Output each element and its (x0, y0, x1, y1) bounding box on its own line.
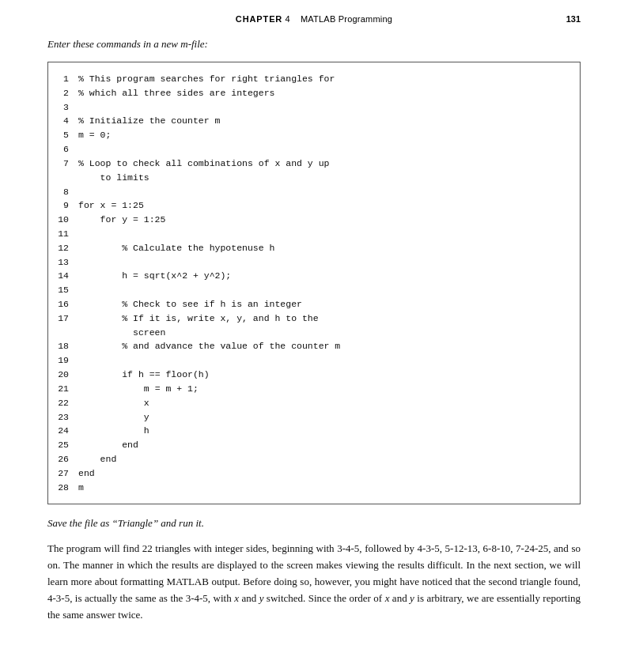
line-code: for x = 1:25 (78, 198, 567, 213)
code-line-17: 17 % If it is, write x, y, and h to the … (56, 311, 567, 340)
code-line-8: 8 (56, 185, 567, 199)
line-num: 19 (56, 353, 78, 368)
code-line-10: 10 for y = 1:25 (56, 213, 567, 227)
line-code: if h == floor(h) (78, 368, 567, 382)
code-line-15: 15 (56, 283, 567, 297)
code-line-19: 19 (56, 353, 567, 368)
line-num: 25 (56, 438, 78, 452)
line-num: 15 (56, 283, 78, 297)
line-num: 10 (56, 213, 78, 227)
code-line-23: 23 y (56, 410, 567, 425)
line-code: % Check to see if h is an integer (78, 297, 567, 311)
line-num: 9 (56, 198, 78, 213)
code-box: 1 % This program searches for right tria… (47, 62, 581, 504)
intro-text: Enter these commands in a new m-file: (47, 38, 581, 51)
save-caption: Save the file as “Triangle” and run it. (47, 517, 581, 530)
code-line-1: 1 % This program searches for right tria… (56, 72, 567, 86)
line-num: 24 (56, 424, 78, 438)
line-num: 8 (56, 185, 78, 199)
line-num: 16 (56, 297, 78, 311)
line-code: for y = 1:25 (78, 213, 567, 227)
line-num: 14 (56, 269, 78, 283)
chapter-title: MATLAB Programming (301, 14, 392, 24)
line-code: end (78, 438, 567, 452)
code-line-7: 7 % Loop to check all combinations of x … (56, 157, 567, 185)
line-code: h (78, 424, 567, 438)
line-code: y (78, 410, 567, 425)
line-num: 3 (56, 100, 78, 115)
line-code: % which all three sides are integers (78, 86, 567, 100)
line-num: 12 (56, 241, 78, 255)
code-line-26: 26 end (56, 452, 567, 466)
code-line-3: 3 (56, 100, 567, 115)
line-num: 27 (56, 466, 78, 481)
line-code: m = m + 1; (78, 382, 567, 396)
code-line-6: 6 (56, 142, 567, 157)
header-title: CHAPTER 4 MATLAB Programming (236, 14, 392, 24)
line-code: % and advance the value of the counter m (78, 339, 567, 353)
line-num: 17 (56, 311, 78, 326)
code-line-14: 14 h = sqrt(x^2 + y^2); (56, 269, 567, 283)
code-line-22: 22 x (56, 396, 567, 410)
page: CHAPTER 4 MATLAB Programming 131 Enter t… (0, 0, 628, 672)
line-num: 22 (56, 396, 78, 410)
code-line-28: 28 m (56, 481, 567, 495)
line-num: 13 (56, 255, 78, 270)
line-num: 7 (56, 157, 78, 171)
line-num: 18 (56, 339, 78, 353)
line-num: 2 (56, 86, 78, 100)
line-num: 21 (56, 382, 78, 396)
chapter-label: CHAPTER (236, 14, 282, 24)
code-line-25: 25 end (56, 438, 567, 452)
page-number: 131 (566, 14, 581, 24)
line-code: x (78, 396, 567, 410)
line-code: % If it is, write x, y, and h to the scr… (78, 311, 567, 340)
code-line-27: 27 end (56, 466, 567, 481)
body-paragraph: The program will find 22 triangles with … (47, 541, 581, 623)
code-line-18: 18 % and advance the value of the counte… (56, 339, 567, 353)
chapter-num: 4 (285, 14, 289, 24)
line-code: h = sqrt(x^2 + y^2); (78, 269, 567, 283)
line-num: 6 (56, 142, 78, 157)
line-num: 28 (56, 481, 78, 495)
line-num: 23 (56, 410, 78, 425)
code-line-20: 20 if h == floor(h) (56, 368, 567, 382)
code-line-16: 16 % Check to see if h is an integer (56, 297, 567, 311)
code-line-4: 4 % Initialize the counter m (56, 114, 567, 128)
code-line-21: 21 m = m + 1; (56, 382, 567, 396)
line-code: end (78, 466, 567, 481)
line-code: % Loop to check all combinations of x an… (78, 157, 567, 185)
code-line-24: 24 h (56, 424, 567, 438)
line-num: 11 (56, 227, 78, 241)
line-num: 20 (56, 368, 78, 382)
page-header: CHAPTER 4 MATLAB Programming 131 (47, 14, 581, 24)
code-line-11: 11 (56, 227, 567, 241)
line-num: 26 (56, 452, 78, 466)
line-code: end (78, 452, 567, 466)
line-num: 1 (56, 72, 78, 86)
code-line-9: 9 for x = 1:25 (56, 198, 567, 213)
line-code: % Calculate the hypotenuse h (78, 241, 567, 255)
code-line-5: 5 m = 0; (56, 128, 567, 142)
line-code: m = 0; (78, 128, 567, 142)
line-code: % Initialize the counter m (78, 114, 567, 128)
body-text: The program will find 22 triangles with … (47, 541, 581, 623)
line-code: % This program searches for right triang… (78, 72, 567, 86)
line-code: m (78, 481, 567, 495)
line-num: 5 (56, 128, 78, 142)
code-line-13: 13 (56, 255, 567, 270)
line-num: 4 (56, 114, 78, 128)
code-line-12: 12 % Calculate the hypotenuse h (56, 241, 567, 255)
code-line-2: 2 % which all three sides are integers (56, 86, 567, 100)
